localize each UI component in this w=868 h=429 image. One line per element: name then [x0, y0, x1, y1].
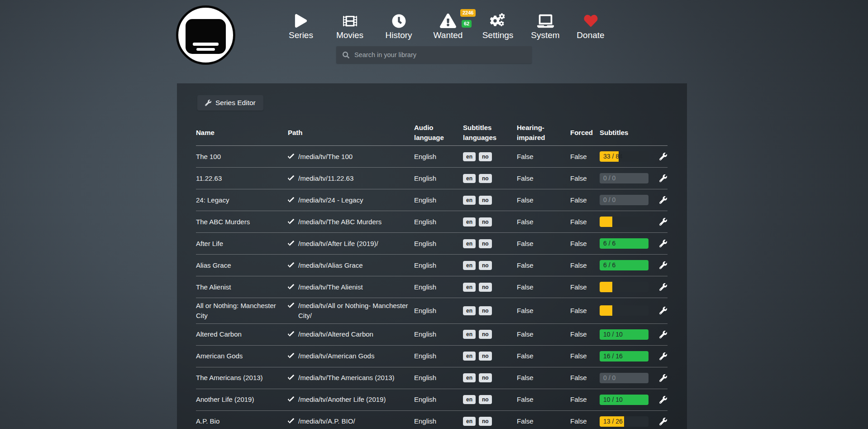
library-search	[336, 46, 532, 63]
language-badge: no	[479, 152, 492, 161]
search-input[interactable]	[354, 51, 532, 58]
check-icon	[288, 262, 294, 269]
heart-icon	[566, 13, 615, 29]
forced: False	[570, 395, 600, 405]
edit-series-button[interactable]	[659, 331, 668, 338]
check-icon	[288, 303, 294, 309]
series-name[interactable]: A.P. Bio	[196, 416, 288, 426]
edit-series-button[interactable]	[659, 153, 668, 160]
audio-language: English	[414, 174, 463, 183]
nav-label: Movies	[325, 30, 375, 40]
hearing-impaired: False	[517, 174, 570, 183]
series-path-text: /media/tv/The 100	[298, 152, 353, 162]
series-editor-button[interactable]: Series Editor	[197, 95, 263, 111]
wrench-icon	[659, 174, 667, 182]
forced: False	[570, 174, 600, 183]
check-icon	[288, 241, 294, 247]
subtitles-languages: enno	[463, 306, 517, 315]
subtitles-languages: enno	[463, 261, 517, 270]
subtitles-languages: enno	[463, 395, 517, 404]
audio-language: English	[414, 329, 463, 339]
header-forced: Forced	[570, 128, 600, 138]
edit-series-button[interactable]	[659, 240, 668, 247]
edit-series-button[interactable]	[659, 196, 668, 204]
logo-screen-shape	[186, 19, 226, 54]
series-name[interactable]: 24: Legacy	[196, 195, 288, 205]
hearing-impaired: False	[517, 239, 570, 249]
table-header-row: Name Path Audio language Subtitles langu…	[196, 120, 668, 146]
audio-language: English	[414, 239, 463, 249]
edit-series-button[interactable]	[659, 283, 668, 291]
subtitles-languages: enno	[463, 417, 517, 426]
series-name[interactable]: The Alienist	[196, 282, 288, 292]
nav-item-movies[interactable]: Movies	[325, 13, 375, 40]
forced: False	[570, 217, 600, 227]
subtitles-progress: 10 / 10	[600, 329, 649, 340]
progress-label: 6 / 6	[603, 260, 615, 270]
wrench-icon	[659, 218, 667, 226]
wrench-icon	[659, 196, 667, 204]
table-row: Alias Grace /media/tv/Alias Grace Englis…	[196, 255, 668, 276]
edit-series-button[interactable]	[659, 218, 668, 226]
wrench-icon	[659, 240, 667, 247]
laptop-icon	[520, 13, 570, 29]
table-row: The 100 /media/tv/The 100 English enno F…	[196, 146, 668, 168]
series-name[interactable]: American Gods	[196, 351, 288, 361]
subtitles-languages: enno	[463, 174, 517, 183]
header-audio-language: Audio language	[414, 123, 463, 143]
series-editor-label: Series Editor	[215, 99, 256, 107]
forced: False	[570, 195, 600, 205]
edit-series-button[interactable]	[659, 396, 668, 404]
table-row: 24: Legacy /media/tv/24 - Legacy English…	[196, 189, 668, 211]
series-name[interactable]: After Life	[196, 239, 288, 249]
edit-series-button[interactable]	[659, 374, 668, 382]
forced: False	[570, 416, 600, 426]
nav-item-donate[interactable]: Donate	[566, 13, 615, 40]
language-badge: no	[479, 306, 492, 315]
language-badge: en	[463, 330, 476, 339]
language-badge: en	[463, 239, 476, 248]
nav-item-system[interactable]: System	[520, 13, 570, 40]
edit-series-button[interactable]	[659, 261, 668, 269]
audio-language: English	[414, 351, 463, 361]
forced: False	[570, 239, 600, 249]
language-badge: en	[463, 174, 476, 183]
series-name[interactable]: 11.22.63	[196, 174, 288, 183]
language-badge: no	[479, 373, 492, 382]
hearing-impaired: False	[517, 306, 570, 316]
check-icon	[288, 418, 294, 424]
edit-series-button[interactable]	[659, 352, 668, 360]
hearing-impaired: False	[517, 395, 570, 405]
series-name[interactable]: Alias Grace	[196, 260, 288, 270]
nav-item-wanted[interactable]: Wanted 2246 62	[423, 13, 473, 40]
nav-item-settings[interactable]: Settings	[473, 13, 523, 40]
series-name[interactable]: All or Nothing: Manchester City	[196, 301, 288, 321]
edit-series-button[interactable]	[659, 174, 668, 182]
audio-language: English	[414, 217, 463, 227]
series-name[interactable]: The ABC Murders	[196, 217, 288, 227]
series-name[interactable]: Altered Carbon	[196, 329, 288, 339]
check-icon	[288, 375, 294, 381]
check-icon	[288, 331, 294, 337]
audio-language: English	[414, 282, 463, 292]
series-name[interactable]: Another Life (2019)	[196, 395, 288, 405]
check-icon	[288, 154, 294, 160]
hearing-impaired: False	[517, 373, 570, 383]
check-icon	[288, 219, 294, 225]
edit-series-button[interactable]	[659, 418, 668, 425]
table-row: After Life /media/tv/After Life (2019)/ …	[196, 233, 668, 255]
edit-series-button[interactable]	[659, 307, 668, 314]
series-path-text: /media/tv/The Alienist	[298, 282, 363, 292]
language-badge: no	[479, 217, 492, 227]
series-path-text: /media/tv/Alias Grace	[298, 260, 363, 270]
series-path-text: /media/tv/The Americans (2013)	[298, 373, 395, 383]
header-subtitles-languages: Subtitles languages	[463, 123, 517, 143]
nav-label: System	[520, 30, 570, 40]
bazarr-logo[interactable]	[176, 5, 235, 65]
table-row: The Alienist /media/tv/The Alienist Engl…	[196, 276, 668, 298]
nav-item-series[interactable]: Series	[276, 13, 326, 40]
forced: False	[570, 351, 600, 361]
nav-item-history[interactable]: History	[374, 13, 424, 40]
series-name[interactable]: The 100	[196, 152, 288, 162]
series-name[interactable]: The Americans (2013)	[196, 373, 288, 383]
